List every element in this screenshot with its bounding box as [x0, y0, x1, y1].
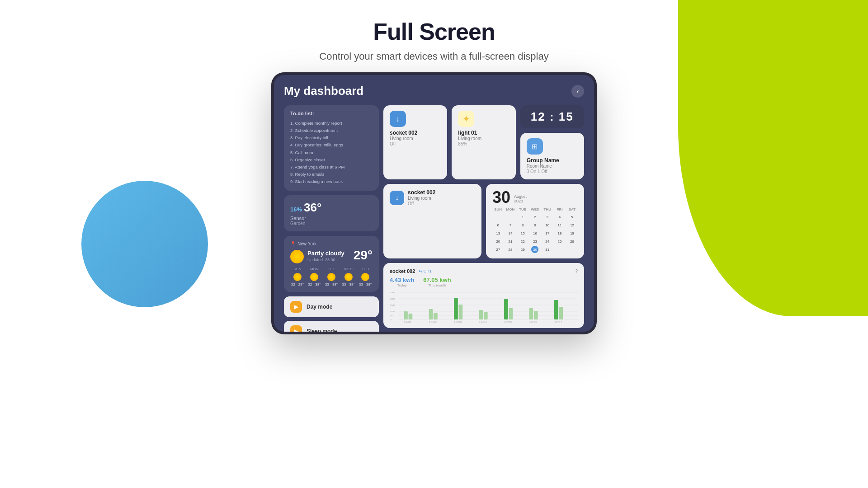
svg-rect-17 — [459, 305, 463, 319]
calendar-header-day: THU — [542, 206, 553, 212]
energy-channel: ⇆ CH1 — [419, 269, 432, 273]
weather-day-name: WED — [341, 267, 356, 271]
calendar-day[interactable]: 17 — [544, 230, 551, 237]
day-mode-button[interactable]: ▶ Day mode — [284, 296, 379, 317]
calendar-day[interactable]: 4 — [556, 213, 563, 221]
device-name-socket002: socket 002 — [390, 130, 441, 136]
device-card-group[interactable]: ⊞ Group Name Room Name 3 On 1 Off — [520, 133, 584, 179]
todo-title: To-do list: — [290, 111, 373, 116]
calendar-day[interactable]: 5 — [568, 213, 576, 221]
todo-item: 2. Schedule appointment — [290, 127, 373, 134]
device-card-socket002[interactable]: ↓ socket 002 Living room Off — [383, 105, 447, 179]
weather-day-temp: 32 - 38° — [307, 282, 322, 286]
energy-title: socket 002 — [390, 268, 415, 274]
calendar-day[interactable]: 6 — [495, 221, 502, 229]
calendar-day[interactable]: 29 — [519, 246, 526, 253]
socket-small-card[interactable]: ↓ socket 002 Living room Off — [383, 184, 481, 258]
svg-text:10/01: 10/01 — [404, 321, 411, 323]
calendar-day[interactable]: 24 — [544, 238, 551, 245]
calendar-day[interactable]: 25 — [556, 238, 563, 245]
calendar-day[interactable]: 3 — [544, 213, 551, 221]
svg-text:10/02: 10/02 — [429, 321, 437, 323]
calendar-day[interactable]: 21 — [507, 238, 514, 245]
svg-rect-15 — [434, 313, 438, 319]
page-header: Full Screen Control your smart devices w… — [0, 0, 868, 62]
svg-rect-24 — [554, 300, 558, 319]
calendar-day[interactable]: 27 — [495, 246, 502, 253]
calendar-day[interactable]: 19 — [568, 230, 576, 237]
weather-card: 📍 New York Partly cloudy Updated: 23:00 — [284, 236, 379, 292]
collapse-button[interactable]: ‹ — [571, 85, 584, 98]
sensor-percent: 16% — [290, 206, 302, 213]
calendar-day[interactable]: 16 — [531, 230, 538, 237]
sleep-mode-button[interactable]: ▶ Sleep mode — [284, 321, 379, 332]
energy-header: socket 002 ⇆ CH1 ? — [390, 268, 578, 274]
calendar-day[interactable]: 13 — [495, 230, 502, 237]
device-status-socket002: Off — [390, 141, 441, 146]
weather-days: SUN 32 - 28° MON 32 - 38° TUE 33 - 38° W… — [290, 267, 373, 286]
calendar-day[interactable]: 15 — [519, 230, 526, 237]
socket-small-status: Off — [408, 201, 435, 206]
calendar-card: 30 August 2023 SUNMONTUEWEDTHUFRISAT1234… — [486, 184, 584, 258]
svg-text:250: 250 — [390, 291, 395, 293]
device-room-light01: Living room — [458, 136, 509, 141]
clock-card: 12 : 15 — [520, 105, 584, 128]
calendar-day[interactable]: 7 — [507, 221, 514, 229]
device-card-light01[interactable]: ✦ light 01 Living room 85% — [452, 105, 515, 179]
svg-text:100: 100 — [390, 310, 395, 312]
tablet-frame: My dashboard ‹ To-do list: 1. Complete m… — [271, 72, 597, 334]
energy-today: 4.43 kwh Today — [390, 277, 414, 287]
calendar-day[interactable]: 9 — [531, 221, 538, 229]
calendar-day[interactable]: 11 — [556, 221, 563, 229]
svg-rect-21 — [509, 308, 513, 319]
calendar-day[interactable]: 2 — [531, 213, 538, 221]
energy-month: 67.05 kwh This month — [423, 277, 451, 287]
svg-rect-23 — [534, 311, 538, 319]
svg-rect-14 — [429, 309, 433, 319]
weather-update: Updated: 23:00 — [307, 258, 344, 262]
calendar-day[interactable]: 1 — [519, 213, 526, 221]
device-status-light01: 85% — [458, 141, 509, 146]
energy-chart: 250 200 150 100 50 0 — [390, 291, 578, 323]
weather-day: SUN 32 - 28° — [290, 267, 305, 286]
sleep-mode-label: Sleep mode — [307, 328, 337, 332]
svg-rect-22 — [529, 308, 533, 319]
location-pin-icon: 📍 — [290, 241, 296, 246]
todo-item: 3. Pay electricity bill — [290, 134, 373, 141]
weather-day: TUE 33 - 38° — [324, 267, 339, 286]
weather-day-icon — [310, 273, 318, 281]
svg-text:50: 50 — [390, 314, 393, 316]
energy-help-button[interactable]: ? — [575, 269, 578, 274]
calendar-day[interactable]: 20 — [495, 238, 502, 245]
device-room-socket002: Living room — [390, 136, 441, 141]
calendar-day[interactable]: 31 — [544, 246, 551, 253]
calendar-day[interactable]: 22 — [519, 238, 526, 245]
calendar-day[interactable]: 18 — [556, 230, 563, 237]
calendar-day[interactable]: 26 — [568, 238, 576, 245]
calendar-day[interactable]: 14 — [507, 230, 514, 237]
calendar-day[interactable]: 10 — [544, 221, 551, 229]
todo-item: 6. Organize closet — [290, 156, 373, 164]
todo-item: 4. Buy groceries: milk, eggs — [290, 141, 373, 149]
weather-description: Partly cloudy — [307, 250, 344, 257]
svg-text:200: 200 — [390, 298, 395, 300]
svg-text:150: 150 — [390, 304, 395, 306]
calendar-day[interactable]: 23 — [531, 238, 538, 245]
calendar-date: 30 — [492, 189, 510, 206]
energy-chart-svg: 250 200 150 100 50 0 — [390, 291, 578, 323]
calendar-day[interactable]: 12 — [568, 221, 576, 229]
calendar-day[interactable]: 8 — [519, 221, 526, 229]
weather-day: MON 32 - 38° — [307, 267, 322, 286]
svg-text:10/07: 10/07 — [554, 321, 562, 323]
weather-day-name: TUE — [324, 267, 339, 271]
calendar-day — [495, 213, 502, 221]
calendar-day[interactable]: 28 — [507, 246, 514, 253]
device-name-light01: light 01 — [458, 130, 509, 136]
weather-day-name: SUN — [290, 267, 305, 271]
calendar-header-day: FRI — [554, 206, 565, 212]
energy-month-label: This month — [423, 283, 451, 287]
calendar-day[interactable]: 30 — [531, 246, 538, 253]
dashboard-title: My dashboard — [284, 84, 363, 98]
calendar-header-day: MON — [505, 206, 516, 212]
dashboard-grid: To-do list: 1. Complete monthly report2.… — [284, 105, 584, 323]
